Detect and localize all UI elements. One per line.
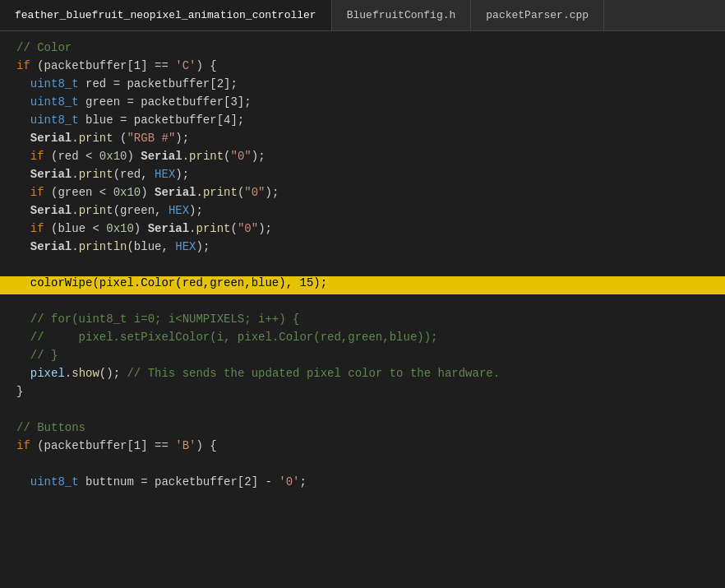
code-line-1: // Color: [0, 41, 725, 59]
code-line-10: Serial.print(green, HEX);: [0, 204, 725, 222]
tab-main[interactable]: feather_bluefruit_neopixel_animation_con…: [0, 0, 332, 30]
tab-main-label: feather_bluefruit_neopixel_animation_con…: [15, 9, 316, 21]
code-line-11: if (blue < 0x10) Serial.print("0");: [0, 222, 725, 240]
code-line-15: [0, 294, 725, 313]
code-line-3: uint8_t red = packetbuffer[2];: [0, 77, 725, 95]
code-line-23: if (packetbuffer[1] == 'B') {: [0, 439, 725, 457]
code-line-8: Serial.print(red, HEX);: [0, 168, 725, 186]
tab-bar: feather_bluefruit_neopixel_animation_con…: [0, 0, 725, 31]
code-line-6: Serial.print ("RGB #");: [0, 132, 725, 150]
tab-config-label: BluefruitConfig.h: [347, 9, 456, 21]
code-area: // Color if (packetbuffer[1] == 'C') { u…: [0, 31, 725, 588]
code-line-21: [0, 403, 725, 421]
code-line-7: if (red < 0x10) Serial.print("0");: [0, 150, 725, 168]
code-line-4: uint8_t green = packetbuffer[3];: [0, 95, 725, 113]
code-line-25: uint8_t buttnum = packetbuffer[2] - '0';: [0, 475, 725, 493]
code-line-14: colorWipe(pixel.Color(red,green,blue), 1…: [0, 276, 725, 294]
code-line-12: Serial.println(blue, HEX);: [0, 240, 725, 258]
code-line-24: [0, 457, 725, 475]
code-line-13: [0, 258, 725, 276]
code-line-20: }: [0, 385, 725, 403]
code-line-19: pixel.show(); // This sends the updated …: [0, 367, 725, 385]
code-line-17: // pixel.setPixelColor(i, pixel.Color(re…: [0, 331, 725, 349]
tab-config[interactable]: BluefruitConfig.h: [332, 0, 472, 30]
code-line-16: // for(uint8_t i=0; i<NUMPIXELS; i++) {: [0, 313, 725, 331]
code-line-22: // Buttons: [0, 421, 725, 439]
code-line-18: // }: [0, 349, 725, 367]
code-line-9: if (green < 0x10) Serial.print("0");: [0, 186, 725, 204]
tab-parser-label: packetParser.cpp: [486, 9, 589, 21]
code-line-5: uint8_t blue = packetbuffer[4];: [0, 113, 725, 132]
tab-parser[interactable]: packetParser.cpp: [471, 0, 604, 30]
code-line-2: if (packetbuffer[1] == 'C') {: [0, 59, 725, 77]
